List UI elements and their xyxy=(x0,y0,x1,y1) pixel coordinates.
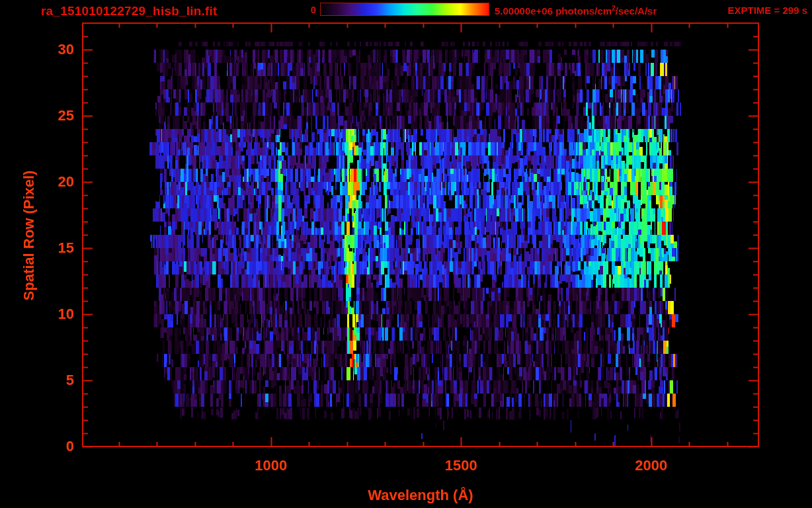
colorbar-unit-suffix: /sec/A/sr xyxy=(616,5,657,17)
y-axis-tick-label: 5 xyxy=(33,372,74,389)
colorbar-min-label: 0 xyxy=(303,4,316,15)
exposure-time-label: EXPTIME = 299 s xyxy=(728,5,807,16)
spectral-image-canvas xyxy=(0,0,812,508)
y-axis-tick-label: 20 xyxy=(33,173,74,190)
y-axis-tick-label: 30 xyxy=(33,41,74,58)
x-axis-label: Wavelength (Å) xyxy=(83,487,758,504)
fits-filename-title: ra_151010122729_hisb_lin.fit xyxy=(41,4,218,19)
x-axis-tick-label: 1500 xyxy=(428,457,494,474)
colorbar-max-value: 5.00000e+06 photons/cm xyxy=(495,5,612,17)
x-axis-tick-label: 2000 xyxy=(618,457,684,474)
colorbar-max-label: 5.00000e+06 photons/cm2/sec/A/sr xyxy=(495,5,657,17)
y-axis-label: Spatial Row (Pixel) xyxy=(20,136,38,335)
y-axis-tick-label: 0 xyxy=(33,438,74,455)
spectral-quicklook-window: ra_151010122729_hisb_lin.fit 0 5.00000e+… xyxy=(0,0,812,508)
colorbar xyxy=(320,3,489,16)
y-axis-tick-label: 10 xyxy=(33,306,74,323)
y-axis-tick-label: 15 xyxy=(33,239,74,257)
x-axis-tick-label: 1000 xyxy=(238,457,304,474)
y-axis-tick-label: 25 xyxy=(33,107,74,124)
